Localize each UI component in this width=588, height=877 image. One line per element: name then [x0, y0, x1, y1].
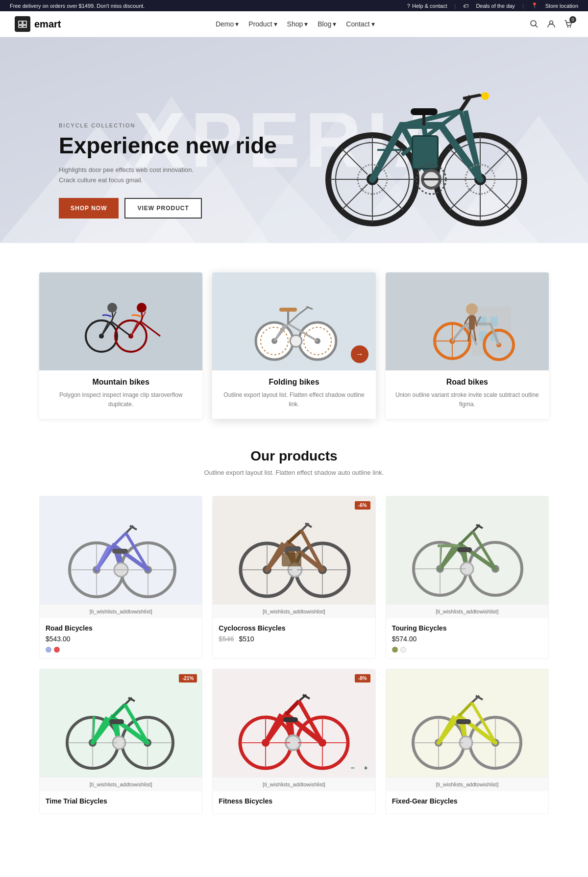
category-folding-title: Folding bikes — [212, 378, 375, 387]
wishlist-bar-fixedgear[interactable]: [ti_wishlists_addtowishlist] — [386, 777, 548, 791]
category-mountain[interactable]: Mountain bikes Polygon inspect inspect i… — [39, 272, 202, 419]
nav-demo[interactable]: Demo ▾ — [216, 20, 239, 28]
svg-point-4 — [531, 21, 536, 26]
wishlist-bar-touring[interactable]: [ti_wishlists_addtowishlist] — [386, 604, 548, 618]
svg-line-44 — [463, 95, 480, 98]
svg-rect-138 — [285, 546, 301, 551]
divider1: | — [455, 3, 456, 9]
hero-content: BICYCLE COLLECTION Experience new ride H… — [0, 122, 336, 243]
category-road[interactable]: Road bikes Union outline variant stroke … — [386, 272, 549, 419]
location-icon: 📍 — [531, 2, 538, 9]
product-card-fixedgear: [ti_wishlists_addtowishlist] Fixed-Gear … — [386, 669, 549, 814]
product-info-cyclocross: Cyclocross Bicycles $546 $510 — [213, 618, 375, 653]
svg-point-65 — [107, 303, 117, 313]
svg-rect-179 — [109, 719, 124, 724]
svg-line-23 — [342, 148, 368, 174]
navbar: emart Demo ▾ Product ▾ Shop ▾ Blog ▾ Con… — [0, 11, 588, 37]
folding-arrow[interactable]: → — [351, 345, 368, 363]
wishlist-bar-timetrial[interactable]: [ti_wishlists_addtowishlist] — [40, 777, 202, 791]
product-img-road — [40, 496, 202, 604]
product-name-fitness: Fitness Bicycles — [219, 797, 369, 805]
color-blue[interactable] — [46, 647, 51, 653]
product-img-fixedgear — [386, 669, 548, 777]
nav-contact[interactable]: Contact ▾ — [346, 20, 374, 28]
hero-collection-label: BICYCLE COLLECTION — [59, 122, 277, 128]
category-folding-desc: Outline export layout list. Flatten effe… — [212, 390, 375, 409]
product-img-timetrial: -21% — [40, 669, 202, 777]
svg-line-225 — [472, 703, 495, 743]
logo-icon — [15, 16, 30, 32]
color-white[interactable] — [400, 647, 406, 653]
section-subtitle: Outline export layout list. Flatten effe… — [39, 469, 549, 476]
color-dots-road — [46, 647, 196, 653]
color-green[interactable] — [392, 647, 398, 653]
quantity-plus[interactable]: + — [361, 762, 371, 773]
store-link[interactable]: Store location — [545, 3, 578, 9]
product-name-fixedgear: Fixed-Gear Bicycles — [392, 797, 542, 805]
product-name-road: Road Bicycles — [46, 624, 196, 632]
product-chevron: ▾ — [274, 20, 277, 28]
quantity-minus[interactable]: − — [347, 762, 358, 773]
view-product-button[interactable]: VIEW PRODUCT — [124, 198, 201, 219]
nav-product[interactable]: Product ▾ — [248, 20, 277, 28]
wishlist-bar-cyclocross[interactable]: [ti_wishlists_addtowishlist] — [213, 604, 375, 618]
nav-shop[interactable]: Shop ▾ — [287, 20, 308, 28]
promo-text: Free delivery on orders over $1499. Don'… — [10, 3, 145, 9]
help-link[interactable]: ? Help & contact — [407, 3, 447, 9]
contact-chevron: ▾ — [371, 20, 375, 28]
svg-line-26 — [342, 184, 368, 210]
wishlist-bar-fitness[interactable]: [ti_wishlists_addtowishlist] — [213, 777, 375, 791]
categories-section: Mountain bikes Polygon inspect inspect i… — [0, 272, 588, 419]
svg-point-55 — [481, 92, 489, 100]
product-price-cyclocross: $546 $510 — [219, 635, 369, 643]
blog-chevron: ▾ — [333, 20, 336, 28]
svg-rect-2 — [19, 25, 22, 27]
products-grid: [ti_wishlists_addtowishlist] Road Bicycl… — [39, 496, 549, 814]
nav-blog[interactable]: Blog ▾ — [318, 20, 336, 28]
svg-line-136 — [267, 543, 283, 570]
svg-rect-201 — [283, 717, 298, 722]
color-red[interactable] — [54, 647, 60, 653]
svg-line-157 — [460, 532, 473, 544]
shop-chevron: ▾ — [304, 20, 308, 28]
logo[interactable]: emart — [15, 16, 61, 32]
products-section: Our products Outline export layout list.… — [0, 419, 588, 834]
product-info-fixedgear: Fixed-Gear Bicycles — [386, 791, 548, 814]
section-title: Our products — [39, 448, 549, 464]
product-img-fitness: -8% — [213, 669, 375, 777]
deals-link[interactable]: Deals of the day — [476, 3, 515, 9]
product-price-road: $543.00 — [46, 635, 196, 643]
svg-rect-56 — [62, 277, 180, 365]
product-name-cyclocross: Cyclocross Bicycles — [219, 624, 369, 632]
category-mountain-title: Mountain bikes — [39, 378, 202, 387]
svg-line-5 — [535, 25, 538, 28]
hero-bike-image — [304, 47, 539, 233]
svg-rect-222 — [456, 719, 471, 724]
svg-line-135 — [288, 531, 301, 543]
top-bar: Free delivery on orders over $1499. Don'… — [0, 0, 588, 11]
svg-line-114 — [114, 533, 126, 545]
hero-buttons: SHOP NOW VIEW PRODUCT — [59, 198, 277, 219]
hero-title: Experience new ride — [59, 133, 277, 158]
category-mountain-desc: Polygon inspect inspect image clip staro… — [39, 390, 202, 409]
product-card-touring: [ti_wishlists_addtowishlist] Touring Bic… — [386, 496, 549, 659]
svg-rect-3 — [23, 25, 26, 27]
svg-rect-42 — [413, 137, 437, 168]
svg-rect-1 — [23, 21, 26, 24]
search-button[interactable] — [529, 19, 539, 29]
cart-button[interactable]: 0 — [564, 19, 573, 29]
svg-line-115 — [97, 545, 110, 570]
svg-line-198 — [286, 701, 299, 714]
product-info-timetrial: Time Trial Bicycles — [40, 791, 202, 814]
account-button[interactable] — [546, 19, 556, 29]
product-price-touring: $574.00 — [392, 635, 542, 643]
svg-line-36 — [485, 148, 511, 174]
product-info-road: Road Bicycles $543.00 — [40, 618, 202, 658]
old-price-cyclocross: $546 — [219, 635, 234, 643]
wishlist-bar-road[interactable]: [ti_wishlists_addtowishlist] — [40, 604, 202, 618]
product-info-touring: Touring Bicycles $574.00 — [386, 618, 548, 658]
category-folding[interactable]: → Folding bikes Outline export layout li… — [212, 272, 375, 419]
logo-text: emart — [34, 19, 61, 30]
shop-now-button[interactable]: SHOP NOW — [59, 198, 119, 219]
svg-rect-151 — [282, 553, 301, 566]
